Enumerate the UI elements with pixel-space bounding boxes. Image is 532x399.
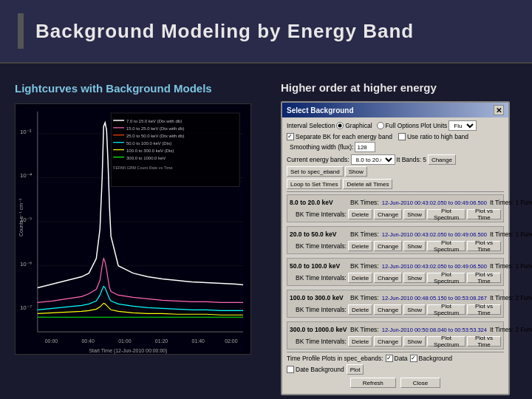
- background-checkbox[interactable]: Background: [410, 355, 452, 362]
- show-button[interactable]: Show: [345, 166, 367, 177]
- plot-button[interactable]: Plot: [347, 364, 364, 375]
- left-panel: Lightcurves with Background Models 10⁻³ …: [15, 81, 266, 386]
- svg-text:FERMI GBM Count Rate vs Time: FERMI GBM Count Rate vs Time: [113, 165, 172, 169]
- svg-text:7.0 to 15.0 keV (Dtx with db): 7.0 to 15.0 keV (Dtx with db): [126, 118, 182, 123]
- right-panel-title: Higher order at higher energy: [281, 81, 517, 94]
- lightcurve-chart: 10⁻³ 10⁻⁴ 10⁻⁵ 10⁻⁶ 10⁻⁷ 00:00 00:40 01:…: [15, 103, 251, 355]
- energy-band-3: 100.0 to 300.0 keV BK Times: 12-Jun-2010…: [287, 290, 504, 318]
- left-panel-title: Lightcurves with Background Models: [15, 81, 266, 96]
- smoothing-input[interactable]: [355, 142, 375, 152]
- svg-text:100.0 to 300.0 keV (Dtx): 100.0 to 300.0 keV (Dtx): [126, 148, 174, 152]
- energy-band-1: 20.0 to 50.0 keV BK Times: 12-Jun-2010 0…: [287, 226, 504, 254]
- close-icon[interactable]: ✕: [494, 105, 504, 115]
- svg-text:25.0 to 50.0 keV (Dtx with db): 25.0 to 50.0 keV (Dtx with db): [126, 133, 184, 137]
- interval-selection-label: Interval Selection: [287, 122, 335, 129]
- refresh-button[interactable]: Refresh: [350, 378, 396, 388]
- svg-text:01:40: 01:40: [192, 338, 205, 344]
- svg-text:300.0 to 1000.0 keV: 300.0 to 1000.0 keV: [126, 155, 166, 160]
- current-energy-select[interactable]: 8.0 to 20.0: [351, 154, 395, 165]
- svg-text:10⁻⁴: 10⁻⁴: [20, 172, 32, 179]
- energy-band-4: 300.0 to 1000.0 keV BK Times: 12-Jun-201…: [287, 321, 504, 349]
- svg-text:01:20: 01:20: [155, 338, 168, 344]
- svg-text:50.0 to 100.0 keV (Dtx): 50.0 to 100.0 keV (Dtx): [126, 140, 171, 145]
- dialog-close-button[interactable]: Close: [400, 378, 440, 388]
- use-ratio-checkbox[interactable]: Use ratio to high band: [398, 133, 468, 140]
- page-title: Background Modeling by Energy Band: [35, 20, 414, 43]
- svg-text:15.0 to 25.0 keV (Dtx with db): 15.0 to 25.0 keV (Dtx with db): [126, 126, 184, 130]
- loop-to-set-times-button[interactable]: Loop to Set Times: [287, 179, 341, 189]
- energy-band-0: 8.0 to 20.0 keV BK Times: 12-Jun-2010 00…: [287, 194, 504, 222]
- current-energy-label: Current energy bands:: [287, 156, 349, 163]
- svg-text:00:40: 00:40: [81, 338, 95, 344]
- svg-text:01:00: 01:00: [118, 338, 132, 344]
- graphical-radio[interactable]: Graphical: [336, 122, 372, 129]
- dialog-title-bar: Select Background ✕: [282, 103, 508, 117]
- it-bands-value: 5: [423, 156, 426, 163]
- energy-band-2: 50.0 to 100.0 keV BK Times: 12-Jun-2010 …: [287, 258, 504, 286]
- select-background-dialog: Select Background ✕ Interval Selection G…: [281, 101, 510, 395]
- right-panel: Higher order at higher energy Select Bac…: [281, 81, 517, 386]
- energy-bands-container: 8.0 to 20.0 keV BK Times: 12-Jun-2010 00…: [287, 194, 504, 349]
- delete-all-times-button[interactable]: Delete all Times: [343, 179, 392, 189]
- svg-text:10⁻⁷: 10⁻⁷: [20, 304, 32, 311]
- header-accent: [18, 13, 24, 49]
- dialog-title: Select Background: [287, 106, 354, 115]
- svg-text:02:00: 02:00: [225, 338, 238, 344]
- svg-text:Counts s⁻¹ cm⁻²: Counts s⁻¹ cm⁻²: [18, 198, 24, 236]
- smoothing-label: Smoothing width (flux):: [290, 143, 353, 151]
- header: Background Modeling by Energy Band: [0, 0, 532, 64]
- svg-text:10⁻⁶: 10⁻⁶: [20, 260, 32, 267]
- svg-text:Start Time (12-Jun-2010 00:00:: Start Time (12-Jun-2010 00:00:00): [89, 347, 167, 353]
- time-profile-label: Time Profile Plots in spec_ebands:: [287, 355, 383, 362]
- full-options-radio[interactable]: Full Options: [377, 122, 419, 129]
- plot-units-label: Plot Units: [420, 122, 447, 129]
- plot-units-select[interactable]: Flux: [449, 120, 477, 131]
- svg-text:00:00: 00:00: [45, 338, 58, 344]
- svg-text:10⁻³: 10⁻³: [20, 128, 32, 134]
- data-checkbox[interactable]: Data: [386, 355, 408, 362]
- set-to-spec-button[interactable]: Set to spec_eband: [287, 166, 344, 177]
- date-background-checkbox[interactable]: Date Background: [287, 366, 344, 373]
- it-bands-label: It Bands:: [397, 156, 422, 163]
- separate-bk-checkbox[interactable]: Separate BK for each energy band: [287, 133, 392, 140]
- change-button[interactable]: Change: [428, 154, 456, 165]
